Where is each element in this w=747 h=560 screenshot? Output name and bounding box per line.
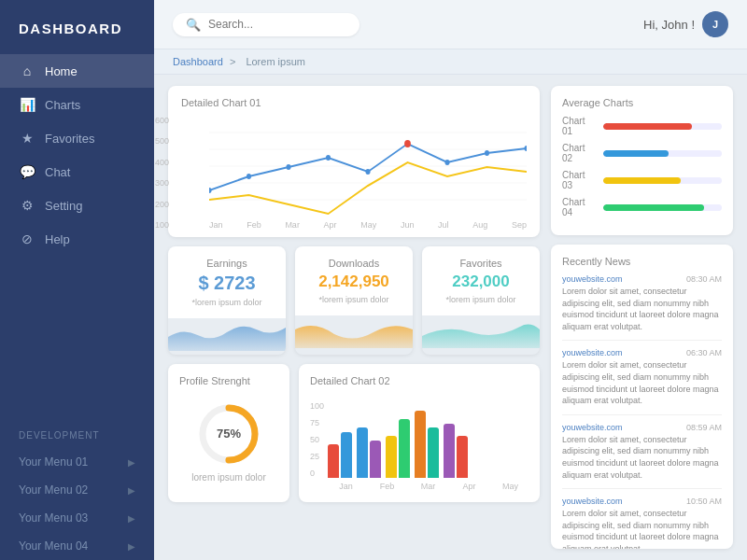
- svg-point-10: [404, 140, 411, 147]
- avg-charts-list: Chart 01 Chart 02 Chart 03 Chart 04: [562, 116, 722, 217]
- y-label: 300: [155, 178, 169, 188]
- avg-charts-title: Average Charts: [562, 97, 722, 108]
- earnings-label: Earnings: [179, 258, 275, 269]
- x-label: Mar: [285, 220, 300, 230]
- search-bar[interactable]: 🔍: [173, 13, 359, 36]
- avg-chart-item-2: Chart 03: [562, 170, 722, 190]
- submenu-arrow-1: ▶: [128, 485, 135, 496]
- breadcrumb-separator: >: [230, 56, 238, 67]
- submenu-label-3: Your Menu 04: [19, 539, 88, 553]
- news-item-0: youwebsite.com 08:30 AM Lorem dolor sit …: [562, 274, 722, 341]
- sidebar-item-setting[interactable]: ⚙ Setting: [0, 189, 154, 222]
- bar-4-0: [444, 424, 455, 479]
- news-list: youwebsite.com 08:30 AM Lorem dolor sit …: [562, 274, 722, 549]
- submenu-label-1: Your Menu 02: [19, 483, 88, 497]
- stats-row: Earnings $ 2723 *lorem ipsum dolor: [168, 246, 540, 355]
- avg-bar-fill-2: [603, 177, 681, 184]
- dev-section-label: Development: [19, 430, 100, 441]
- favorites-sub: *lorem ipsum dolor: [433, 295, 529, 304]
- detailed-chart-01-card: Detailed Chart 01 600 500 400 300 200 10…: [168, 86, 540, 237]
- sidebar-label-help: Help: [45, 232, 70, 246]
- content-left: Detailed Chart 01 600 500 400 300 200 10…: [168, 86, 540, 549]
- sidebar-item-home[interactable]: ⌂ Home: [0, 54, 154, 88]
- detailed-chart-02-title: Detailed Chart 02: [310, 375, 529, 386]
- bar-3-1: [428, 427, 439, 478]
- bar-xlabel-1: Feb: [369, 482, 405, 491]
- bar-xlabel-0: Jan: [328, 482, 364, 491]
- sidebar-label-favorites: Favorites: [45, 132, 94, 146]
- donut-chart: 75%: [196, 401, 261, 467]
- sidebar-label-charts: Charts: [45, 98, 80, 112]
- bar-1-0: [357, 427, 368, 478]
- sidebar-submenus: Your Menu 01▶Your Menu 02▶Your Menu 03▶Y…: [0, 448, 154, 560]
- sidebar-item-chat[interactable]: 💬 Chat: [0, 155, 154, 189]
- by-label: 100: [310, 401, 324, 411]
- avg-label-1: Chart 02: [562, 143, 598, 163]
- sidebar-submenu-2[interactable]: Your Menu 03▶: [0, 504, 154, 532]
- header: 🔍 Hi, John ! J: [154, 0, 747, 49]
- avg-label-2: Chart 03: [562, 170, 598, 190]
- submenu-arrow-0: ▶: [128, 457, 135, 468]
- sidebar-label-chat: Chat: [45, 165, 70, 179]
- sidebar-submenu-0[interactable]: Your Menu 01▶: [0, 448, 154, 476]
- avg-bar-track-1: [603, 150, 722, 157]
- svg-text:75%: 75%: [217, 427, 241, 441]
- earnings-sub: *lorem ipsum dolor: [179, 298, 275, 307]
- svg-point-12: [485, 150, 489, 156]
- breadcrumb-parent[interactable]: Dashboard: [173, 56, 223, 67]
- favorites-icon: ★: [19, 131, 35, 146]
- avg-chart-item-3: Chart 04: [562, 197, 722, 217]
- sidebar-item-charts[interactable]: 📊 Charts: [0, 88, 154, 121]
- chart-01-wrapper: 600 500 400 300 200 100: [181, 116, 527, 230]
- sidebar-submenu-3[interactable]: Your Menu 04▶: [0, 532, 154, 560]
- recently-news-card: Recently News youwebsite.com 08:30 AM Lo…: [551, 245, 733, 549]
- favorites-wave: [422, 315, 540, 348]
- search-input[interactable]: [208, 18, 339, 31]
- downloads-sub: *lorem ipsum dolor: [306, 295, 402, 304]
- bar-2-0: [386, 436, 397, 478]
- chat-icon: 💬: [19, 164, 35, 179]
- sidebar-navigation: ⌂ Home 📊 Charts ★ Favorites 💬 Chat ⚙ Set…: [0, 54, 154, 411]
- bar-group-1: [357, 427, 381, 478]
- news-time-0: 08:30 AM: [686, 274, 722, 284]
- sidebar-submenu-1[interactable]: Your Menu 02▶: [0, 476, 154, 504]
- news-meta-2: youwebsite.com 08:59 AM: [562, 423, 722, 432]
- y-label: 600: [155, 116, 169, 125]
- chart-01-x-labels: Jan Feb Mar Apr May Jun Jul Aug Sep: [209, 220, 527, 230]
- avg-chart-item-1: Chart 02: [562, 143, 722, 163]
- svg-point-11: [444, 160, 449, 165]
- sidebar-item-favorites[interactable]: ★ Favorites: [0, 121, 154, 155]
- news-item-3: youwebsite.com 10:50 AM Lorem dolor sit …: [562, 497, 722, 549]
- news-text-1: Lorem dolor sit amet, consectetur adipis…: [562, 359, 722, 406]
- favorites-label: Favorites: [433, 258, 529, 269]
- sidebar-item-help[interactable]: ⊘ Help: [0, 222, 154, 256]
- bar-x-labels: JanFebMarAprMay: [328, 482, 529, 491]
- news-text-0: Lorem dolor sit amet, consectetur adipis…: [562, 286, 722, 332]
- bar-3-0: [415, 411, 426, 478]
- x-label: Feb: [247, 220, 261, 230]
- submenu-arrow-3: ▶: [128, 541, 135, 552]
- stat-card-earnings: Earnings $ 2723 *lorem ipsum dolor: [168, 246, 286, 355]
- content-area: Detailed Chart 01 600 500 400 300 200 10…: [154, 75, 747, 560]
- avatar: J: [702, 11, 728, 37]
- by-label: 50: [310, 435, 324, 444]
- x-label: Apr: [324, 220, 337, 230]
- by-label: 25: [310, 452, 324, 461]
- sidebar: DASHBOARD ⌂ Home 📊 Charts ★ Favorites 💬 …: [0, 0, 154, 560]
- avg-bar-track-2: [603, 177, 722, 184]
- news-text-2: Lorem dolor sit amet, consectetur adipis…: [562, 434, 722, 481]
- chart-01-y-labels: 600 500 400 300 200 100: [155, 116, 169, 230]
- greeting-text: Hi, John !: [643, 18, 695, 32]
- logo-text: DASHBOARD: [19, 21, 122, 36]
- detailed-chart-01-title: Detailed Chart 01: [181, 97, 527, 108]
- profile-sub: lorem ipsum dolor: [191, 472, 265, 483]
- news-source-2: youwebsite.com: [562, 423, 623, 432]
- news-source-0: youwebsite.com: [562, 274, 623, 284]
- bar-2-1: [399, 419, 410, 478]
- favorites-value: 232,000: [433, 273, 529, 291]
- downloads-wave: [295, 315, 413, 348]
- stat-card-downloads-inner: Downloads 2,142,950 *lorem ipsum dolor: [295, 246, 413, 315]
- svg-point-13: [524, 146, 527, 151]
- earnings-wave: [168, 318, 286, 351]
- avg-bar-fill-0: [603, 123, 692, 130]
